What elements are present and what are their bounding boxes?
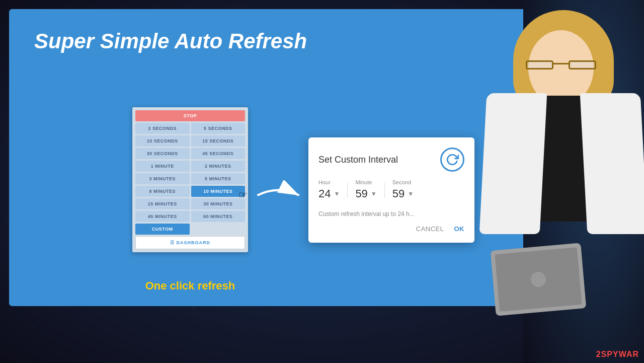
dialog-header: Set Custom Interval <box>318 148 464 172</box>
10sec-button[interactable]: 10 SECONDS <box>135 135 190 147</box>
watermark-brand: SPYWAR <box>601 350 639 358</box>
glasses <box>526 60 596 70</box>
minute-field: Minute 59 ▼ <box>355 179 376 200</box>
second-value: 59 ▼ <box>392 187 414 200</box>
plugin-panel: STOP 2 SECONDS 5 SECONDS 10 SECONDS 15 S… <box>132 107 248 252</box>
field-divider-1 <box>347 183 348 198</box>
second-field: Second 59 ▼ <box>392 179 414 200</box>
jacket-right <box>580 93 644 234</box>
jacket-left <box>479 93 547 234</box>
8min-button[interactable]: 8 MINUTES <box>135 186 190 197</box>
hour-field: Hour 24 ▼ <box>318 179 340 200</box>
button-grid: STOP 2 SECONDS 5 SECONDS 10 SECONDS 15 S… <box>132 107 248 252</box>
stop-button[interactable]: STOP <box>135 110 245 121</box>
5min-button[interactable]: 5 MINUTES <box>191 173 246 184</box>
arrow-decoration <box>253 180 303 212</box>
watermark: 2SPYWAR <box>596 350 639 359</box>
dialog-actions: CANCEL OK <box>318 225 464 233</box>
15min-button[interactable]: 15 MINUTES <box>135 198 190 209</box>
laptop-body <box>491 243 587 316</box>
person-container <box>453 0 644 363</box>
field-divider-2 <box>384 183 385 198</box>
30min-button[interactable]: 30 MINUTES <box>191 198 246 209</box>
15sec-button[interactable]: 15 SECONDS <box>191 135 246 147</box>
2sec-button[interactable]: 2 SECONDS <box>135 123 190 134</box>
second-dropdown-arrow[interactable]: ▼ <box>408 190 414 197</box>
minute-dropdown-arrow[interactable]: ▼ <box>371 190 377 197</box>
5sec-button[interactable]: 5 SECONDS <box>191 123 246 134</box>
10min-button-wrapper: 10 MINUTES ☞ <box>191 186 246 197</box>
45min-button[interactable]: 45 MINUTES <box>135 211 190 222</box>
dialog-fields: Hour 24 ▼ Minute 59 ▼ Second <box>318 179 464 200</box>
slide-title: Super Simple Auto Refresh <box>34 29 507 53</box>
hour-value: 24 ▼ <box>318 187 340 200</box>
3min-button[interactable]: 3 MINUTES <box>135 173 190 184</box>
1min-button[interactable]: 1 MINUTE <box>135 161 190 172</box>
minute-label: Minute <box>355 179 376 185</box>
minute-value: 59 ▼ <box>355 187 376 200</box>
cancel-button[interactable]: CANCEL <box>416 225 444 233</box>
dialog-title: Set Custom Interval <box>318 155 398 165</box>
hour-dropdown-arrow[interactable]: ▼ <box>334 190 340 197</box>
person-silhouette <box>473 10 644 352</box>
45sec-button[interactable]: 45 SECONDS <box>191 148 246 159</box>
custom-interval-dialog: Set Custom Interval Hour 24 ▼ <box>308 137 474 243</box>
2min-button[interactable]: 2 MINUTES <box>191 161 246 172</box>
dialog-caption: Custom refresh interval up to 24 h... <box>318 210 464 217</box>
watermark-prefix: 2 <box>596 350 601 358</box>
dashboard-button[interactable]: ☰ DASHBOARD <box>135 236 245 249</box>
60min-button[interactable]: 60 MINUTES <box>191 211 246 222</box>
hour-label: Hour <box>318 179 340 185</box>
second-label: Second <box>392 179 414 185</box>
one-click-label: One click refresh <box>132 279 248 293</box>
10min-button[interactable]: 10 MINUTES <box>191 186 246 197</box>
custom-button[interactable]: CUSTOM <box>135 224 190 235</box>
30sec-button[interactable]: 30 SECONDS <box>135 148 190 159</box>
